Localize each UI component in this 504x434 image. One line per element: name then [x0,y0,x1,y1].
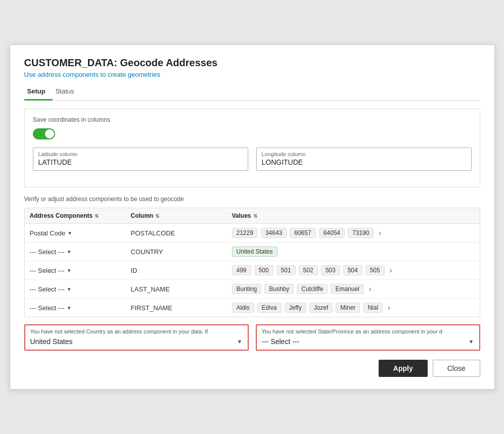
longitude-field[interactable]: Longitude column LONGITUDE [256,148,472,171]
th-values: Values ⇅ [227,208,480,223]
more-values-arrow[interactable]: › [388,304,390,312]
sort-values-icon[interactable]: ⇅ [253,213,257,219]
chip: 64054 [319,228,345,238]
state-warning-text: You have not selected State/Province as … [257,325,479,335]
dialog-subtitle: Use address components to create geometr… [24,71,480,78]
geocode-dialog: CUSTOMER_DATA: Geocode Addresses Use add… [10,44,495,390]
state-dropdown-arrow[interactable]: ▼ [469,339,474,345]
chip: 21229 [232,228,258,238]
longitude-label: Longitude column [262,151,466,157]
row3-dropdown-arrow[interactable]: ▼ [67,268,72,273]
save-coords-label: Save coordinates in columns [33,116,472,123]
table-row: --- Select --- ▼ COUNTRY United States [25,243,480,261]
row1-values: 21229 34643 60657 64054 73190 › [227,224,480,242]
chip: 60657 [290,228,315,238]
close-button[interactable]: Close [433,360,480,377]
row5-dropdown-arrow[interactable]: ▼ [67,305,72,311]
row1-column: POSTALCODE [126,225,227,241]
table-row: --- Select --- ▼ LAST_NAME Bunting Bushb… [25,280,480,299]
chip: Emanuel [331,284,363,294]
latitude-value: LATITUDE [38,158,243,166]
dialog-title: CUSTOMER_DATA: Geocode Addresses [24,57,480,69]
chip: Ediva [257,303,282,313]
columns-row: Latitude column LATITUDE Longitude colum… [33,148,472,171]
row1-component: Postal Code ▼ [25,225,126,241]
table-row: --- Select --- ▼ FIRST_NAME Aldis Ediva … [25,299,480,317]
country-dropdown-arrow[interactable]: ▼ [237,339,243,345]
country-warning-dropdown[interactable]: You have not selected Country as an addr… [24,324,249,351]
state-warning-dropdown[interactable]: You have not selected State/Province as … [256,324,480,351]
chip: Jeffy [285,303,306,313]
chip: Nial [363,303,383,313]
row2-dropdown-arrow[interactable]: ▼ [67,249,72,255]
row5-values: Aldis Ediva Jeffy Jozef Miner Nial › [227,299,480,317]
chip: 499 [232,265,251,275]
row4-component: --- Select --- ▼ [25,281,126,297]
th-components: Address Components ⇅ [25,208,126,223]
state-select[interactable]: --- Select --- ▼ [257,335,479,350]
address-table: Address Components ⇅ Column ⇅ Values ⇅ P… [24,208,480,317]
row4-values: Bunting Bushby Cutcliffe Emanuel › [227,280,480,298]
dialog-footer: Apply Close [24,360,480,377]
chip: 504 [343,265,362,275]
chip: Aldis [232,303,254,313]
latitude-field[interactable]: Latitude column LATITUDE [33,148,248,171]
table-row: Postal Code ▼ POSTALCODE 21229 34643 606… [25,224,480,243]
chip: 34643 [261,228,287,238]
country-select-value: United States [30,337,73,346]
table-row: --- Select --- ▼ ID 499 500 501 502 503 … [25,261,480,280]
longitude-value: LONGITUDE [262,158,466,166]
tabs-container: Setup Status [24,84,480,101]
verify-label: Verify or adjust address components to b… [24,196,480,203]
chip: 501 [277,265,296,275]
chip: 502 [299,265,318,275]
country-warning-text: You have not selected Country as an addr… [25,325,248,335]
row3-column: ID [126,263,227,278]
apply-button[interactable]: Apply [379,360,428,377]
row3-component: --- Select --- ▼ [25,263,126,278]
chip: 73190 [348,228,374,238]
warning-dropdowns: You have not selected Country as an addr… [24,324,480,351]
save-coords-toggle[interactable] [33,128,55,139]
th-column: Column ⇅ [126,208,227,223]
latitude-label: Latitude column [38,151,243,157]
tab-status[interactable]: Status [53,84,81,101]
row2-component: --- Select --- ▼ [25,244,126,260]
chip: Cutcliffe [297,284,328,294]
country-select[interactable]: United States ▼ [25,335,248,350]
sort-column-icon[interactable]: ⇅ [155,213,159,219]
row5-column: FIRST_NAME [126,300,227,316]
row2-column: COUNTRY [126,244,227,260]
chip: Bushby [264,284,294,294]
toggle-container [33,128,472,139]
more-values-arrow[interactable]: › [390,266,392,274]
row5-component: --- Select --- ▼ [25,300,126,316]
row3-values: 499 500 501 502 503 504 505 › [227,261,480,279]
row4-column: LAST_NAME [126,281,227,297]
state-select-value: --- Select --- [262,337,300,346]
tab-setup[interactable]: Setup [24,84,53,101]
row4-dropdown-arrow[interactable]: ▼ [67,286,72,292]
sort-components-icon[interactable]: ⇅ [95,213,99,219]
row1-dropdown-arrow[interactable]: ▼ [67,230,72,236]
chip: 503 [321,265,340,275]
chip: Miner [336,303,360,313]
row2-values: United States [227,243,480,261]
chip: Jozef [309,303,333,313]
chip: Bunting [232,284,262,294]
save-coords-section: Save coordinates in columns Latitude col… [24,109,480,187]
chip-country: United States [232,247,278,257]
chip: 505 [365,265,385,275]
table-header: Address Components ⇅ Column ⇅ Values ⇅ [25,208,480,224]
more-values-arrow[interactable]: › [369,285,372,293]
more-values-arrow[interactable]: › [379,229,381,237]
chip: 500 [254,265,273,275]
